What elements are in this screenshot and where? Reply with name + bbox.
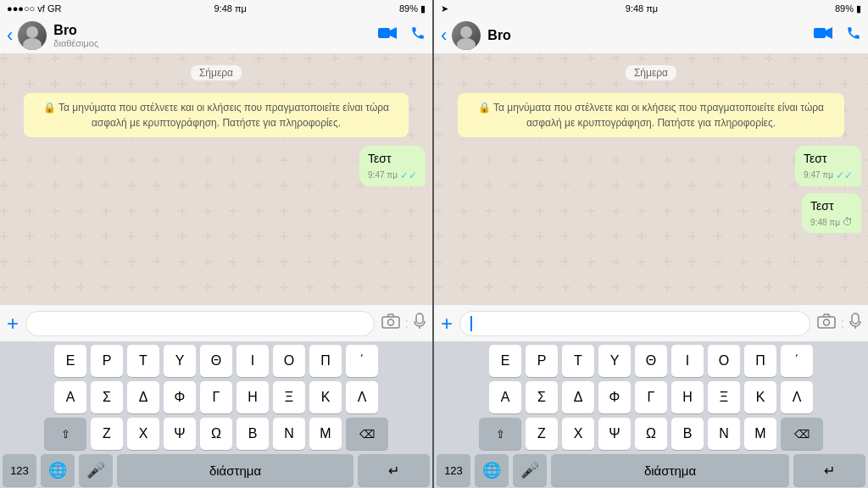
key-E-left[interactable]: Ε [54,345,86,377]
phone-call-icon-right[interactable] [846,25,861,45]
contact-info-left: Bro διαθέσιμος [53,22,378,48]
key-Y-right[interactable]: Υ [598,345,631,377]
back-button-right[interactable]: ‹ [441,25,447,47]
message-bubble-0-left[interactable]: Τεστ 9:47 πμ ✓✓ [359,146,426,186]
chat-header-right: ‹ Bro [434,17,868,54]
svg-rect-4 [382,317,399,328]
key-X-left[interactable]: Ξ [273,381,305,413]
key-space-left[interactable]: διάστημα [117,454,353,486]
svg-point-1 [23,38,42,50]
key-L-right[interactable]: Λ [781,381,813,413]
key-accent-right[interactable]: ΄ [781,345,813,377]
key-T-left[interactable]: Τ [127,345,159,377]
key-S-left[interactable]: Σ [91,381,123,413]
key-R-left[interactable]: Ρ [91,345,123,377]
key-O-right[interactable]: Ο [708,345,740,377]
key-H-left[interactable]: Η [236,381,269,413]
key-TH-right[interactable]: Θ [635,345,667,377]
video-call-icon-right[interactable] [814,26,832,44]
mic-icon-left[interactable] [414,313,426,334]
key-P-right[interactable]: Π [744,345,776,377]
bubble-text-1-right: Τεστ [810,198,853,215]
key-I-left[interactable]: Ι [236,345,269,377]
mic-icon-right[interactable] [849,313,861,334]
key-M-left[interactable]: Μ [309,418,342,450]
key-space-right[interactable]: διάστημα [551,454,789,486]
key-S-right[interactable]: Σ [526,381,558,413]
bubble-text-0-left: Τεστ [368,151,417,168]
key-delete-left[interactable]: ⌫ [346,418,388,450]
key-W-right[interactable]: Ω [635,418,667,450]
add-attachment-left[interactable]: + [7,312,19,336]
key-N-left[interactable]: Ν [273,418,305,450]
key-G-right[interactable]: Γ [635,381,667,413]
camera-icon-right[interactable] [817,313,836,333]
key-PS-right[interactable]: Ψ [598,418,631,450]
key-mic-bottom-left[interactable]: 🎤 [79,454,113,486]
svg-rect-14 [852,313,859,324]
key-E-right[interactable]: Ε [489,345,521,377]
key-accent-left[interactable]: ΄ [346,345,378,377]
key-T-right[interactable]: Τ [562,345,594,377]
chat-header-left: ‹ Bro διαθέσιμος [0,17,432,54]
key-X-right[interactable]: Ξ [708,381,740,413]
camera-icon-left[interactable] [381,313,400,333]
key-Y-left[interactable]: Υ [164,345,196,377]
key-K-right[interactable]: Κ [744,381,776,413]
phone-call-icon-left[interactable] [410,25,426,45]
key-D-right[interactable]: Δ [562,381,594,413]
key-123-left[interactable]: 123 [3,454,36,486]
avatar-right[interactable] [452,21,481,50]
key-Z-left[interactable]: Ζ [91,418,123,450]
key-N-right[interactable]: Ν [708,418,740,450]
key-return-right[interactable]: ↵ [793,454,865,486]
key-A-right[interactable]: Α [489,381,521,413]
key-G-left[interactable]: Γ [200,381,232,413]
key-L-left[interactable]: Λ [346,381,378,413]
key-delete-right[interactable]: ⌫ [781,418,823,450]
key-B-right[interactable]: Β [671,418,704,450]
video-call-icon-left[interactable] [378,26,397,44]
back-button-left[interactable]: ‹ [7,25,13,47]
key-W-left[interactable]: Ω [200,418,232,450]
key-R-right[interactable]: Ρ [526,345,558,377]
message-bubble-1-right[interactable]: Τεστ 9:48 πμ ⏱ [802,193,861,234]
key-globe-right[interactable]: 🌐 [475,454,509,486]
key-PS-left[interactable]: Ψ [164,418,196,450]
keyboard-row-3-right: ⇧ Ζ Χ Ψ Ω Β Ν Μ ⌫ [437,418,865,450]
message-input-right[interactable] [459,311,810,336]
date-label-right: Σήμερα [441,64,861,80]
key-F-left[interactable]: Φ [164,381,196,413]
key-F-right[interactable]: Φ [598,381,631,413]
key-A-left[interactable]: Α [54,381,86,413]
key-123-right[interactable]: 123 [437,454,470,486]
key-P-left[interactable]: Π [309,345,342,377]
key-CH-right[interactable]: Χ [562,418,594,450]
system-message-right[interactable]: 🔒 Τα μηνύματα που στέλνετε και οι κλήσει… [458,93,844,137]
system-message-left[interactable]: 🔒 Τα μηνύματα που στέλνετε και οι κλήσει… [24,93,409,137]
key-TH-left[interactable]: Θ [200,345,232,377]
key-H-right[interactable]: Η [671,381,704,413]
status-battery: 89% ▮ [399,3,426,14]
svg-marker-11 [826,27,832,39]
key-B-left[interactable]: Β [236,418,269,450]
key-K-left[interactable]: Κ [309,381,342,413]
key-shift-right[interactable]: ⇧ [479,418,521,450]
key-globe-left[interactable]: 🌐 [41,454,75,486]
input-icons-left: : [381,313,426,334]
message-bubble-0-right[interactable]: Τεστ 9:47 πμ ✓✓ [795,146,861,186]
key-I-right[interactable]: Ι [671,345,704,377]
key-Z-right[interactable]: Ζ [526,418,558,450]
avatar-left[interactable] [18,21,47,50]
key-return-left[interactable]: ↵ [358,454,430,486]
contact-name-left: Bro [53,22,378,38]
key-O-left[interactable]: Ο [273,345,305,377]
bubble-tick-0-right: ✓✓ [836,169,853,181]
key-M-right[interactable]: Μ [744,418,776,450]
key-shift-left[interactable]: ⇧ [44,418,86,450]
key-CH-left[interactable]: Χ [127,418,159,450]
add-attachment-right[interactable]: + [441,312,453,336]
message-input-left[interactable] [25,311,375,336]
key-mic-bottom-right[interactable]: 🎤 [513,454,547,486]
key-D-left[interactable]: Δ [127,381,159,413]
